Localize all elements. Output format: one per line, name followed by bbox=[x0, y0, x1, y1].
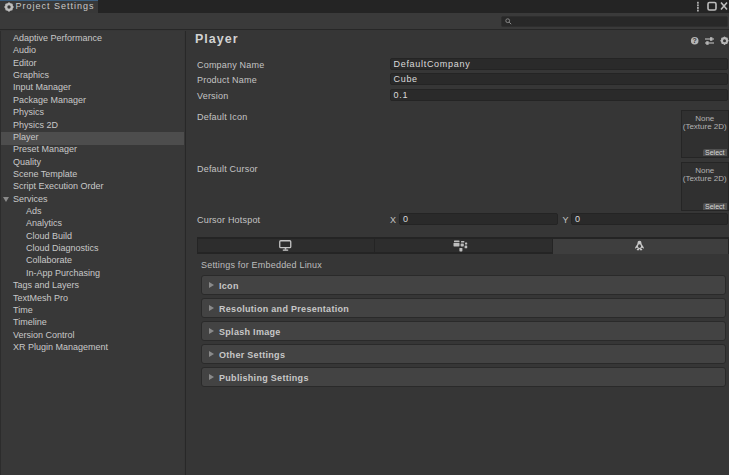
svg-text:?: ? bbox=[693, 37, 697, 44]
